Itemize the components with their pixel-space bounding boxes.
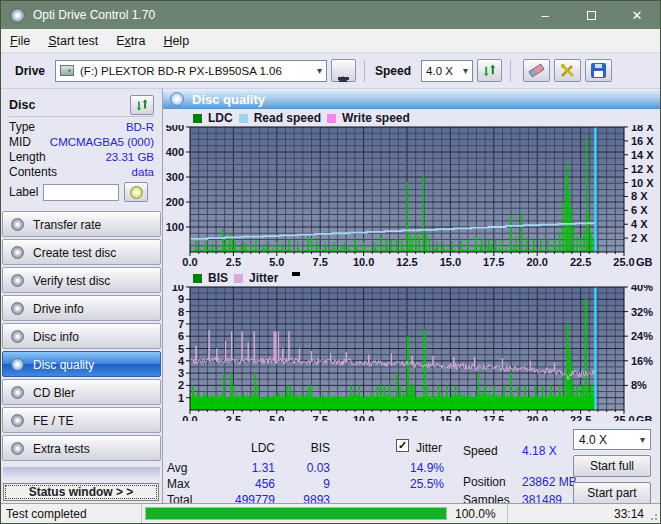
svg-text:10.0: 10.0: [353, 256, 374, 267]
status-window-button[interactable]: Status window > >: [3, 483, 159, 501]
svg-text:400: 400: [166, 146, 184, 158]
bis-max-value: 9: [323, 477, 330, 491]
svg-text:14 X: 14 X: [631, 149, 654, 161]
bis-column-header: BIS: [311, 441, 330, 455]
jitter-legend-label: Jitter: [249, 271, 278, 285]
svg-text:8: 8: [178, 306, 184, 318]
svg-text:7: 7: [178, 318, 184, 330]
sidebar-item-create-test-disc[interactable]: Create test disc: [2, 239, 161, 265]
sidebar-item-disc-quality[interactable]: Disc quality: [2, 351, 161, 377]
svg-text:22.5: 22.5: [570, 414, 591, 421]
svg-text:15.0: 15.0: [440, 414, 461, 421]
resize-grip[interactable]: [648, 511, 659, 522]
tools-icon: [560, 63, 575, 78]
app-window: Opti Drive Control 1.70 – ✕ File Start t…: [0, 0, 661, 524]
menu-file[interactable]: File: [1, 30, 39, 52]
speed-select[interactable]: 4.0 X ▾: [421, 60, 473, 82]
disc-icon: [130, 186, 143, 199]
label-input[interactable]: [43, 184, 119, 201]
stats-panel: Avg Max Total LDC 1.31 456 499779 BIS 0.…: [163, 427, 660, 512]
bis-legend-swatch: [193, 274, 202, 283]
disc-icon: [11, 330, 24, 343]
sidebar-item-disc-info[interactable]: Disc info: [2, 323, 161, 349]
jitter-checkbox[interactable]: ✓: [396, 439, 409, 452]
menu-start-test[interactable]: Start test: [39, 30, 107, 52]
disc-field-mid: MIDCMCMAGBA5 (000): [9, 135, 154, 149]
drive-select-value: (F:) PLEXTOR BD-R PX-LB950SA 1.06: [80, 65, 282, 77]
svg-text:22.5: 22.5: [570, 256, 591, 267]
write-speed-legend-swatch: [327, 114, 336, 123]
maximize-button[interactable]: [568, 1, 614, 29]
disc-icon: [11, 414, 24, 427]
svg-text:5.0: 5.0: [269, 414, 284, 421]
svg-text:6: 6: [178, 330, 184, 342]
svg-text:8%: 8%: [631, 379, 647, 391]
disc-field-length: Length23.31 GB: [9, 150, 154, 164]
close-button[interactable]: ✕: [614, 1, 660, 29]
drive-label: Drive: [15, 64, 45, 78]
start-part-button[interactable]: Start part: [573, 482, 651, 504]
settings-button[interactable]: [554, 59, 581, 82]
disc-panel-title: Disc: [9, 98, 35, 112]
ldc-column-header: LDC: [251, 441, 275, 455]
refresh-arrows-icon: [135, 98, 149, 112]
svg-text:GB: GB: [636, 414, 653, 421]
toolbar-separator: [510, 60, 511, 82]
svg-text:10: 10: [172, 285, 184, 293]
position-stat-label: Position: [463, 475, 506, 489]
save-button[interactable]: [585, 59, 612, 82]
ldc-legend-label: LDC: [208, 111, 233, 125]
svg-text:10.0: 10.0: [353, 414, 374, 421]
sidebar-item-verify-test-disc[interactable]: Verify test disc: [2, 267, 161, 293]
sidebar-item-transfer-rate[interactable]: Transfer rate: [2, 211, 161, 237]
svg-text:20.0: 20.0: [526, 256, 547, 267]
elapsed-time: 33:14: [508, 504, 660, 523]
svg-text:4: 4: [178, 355, 185, 367]
svg-text:25.0: 25.0: [613, 256, 634, 267]
sidebar-divider-band: [3, 467, 160, 479]
svg-text:3: 3: [178, 367, 184, 379]
chevron-down-icon: ▾: [312, 65, 322, 76]
write-label-button[interactable]: [124, 182, 148, 202]
sidebar-item-extra-tests[interactable]: Extra tests: [2, 435, 161, 461]
disc-icon: [11, 386, 24, 399]
svg-text:17.5: 17.5: [483, 414, 504, 421]
svg-text:300: 300: [166, 171, 184, 183]
sidebar-item-cd-bler[interactable]: CD Bler: [2, 379, 161, 405]
svg-text:100: 100: [166, 221, 184, 233]
status-text: Test completed: [1, 504, 142, 523]
disc-icon: [11, 218, 24, 231]
menu-extra[interactable]: Extra: [107, 30, 154, 52]
start-full-button[interactable]: Start full: [573, 455, 651, 477]
disc-field-contents: Contentsdata: [9, 165, 154, 179]
ldc-max-value: 456: [255, 477, 275, 491]
sidebar-item-fe-te[interactable]: FE / TE: [2, 407, 161, 433]
disc-icon: [11, 302, 24, 315]
menu-help[interactable]: Help: [154, 30, 198, 52]
svg-text:10 X: 10 X: [631, 177, 654, 189]
legend-mark: [292, 272, 300, 276]
erase-disc-button[interactable]: [523, 59, 550, 82]
svg-text:500: 500: [166, 125, 184, 133]
progress-bar: [145, 507, 447, 520]
refresh-disc-button[interactable]: [130, 95, 154, 115]
eject-button[interactable]: [331, 59, 356, 82]
svg-text:200: 200: [166, 196, 184, 208]
sidebar-item-drive-info[interactable]: Drive info: [2, 295, 161, 321]
svg-text:5: 5: [178, 343, 184, 355]
minimize-button[interactable]: –: [522, 1, 568, 29]
disc-icon: [11, 358, 24, 371]
test-speed-select[interactable]: 4.0 X ▾: [573, 429, 651, 450]
ldc-avg-value: 1.31: [252, 461, 275, 475]
refresh-speed-button[interactable]: [477, 59, 502, 82]
drive-select[interactable]: (F:) PLEXTOR BD-R PX-LB950SA 1.06 ▾: [55, 60, 327, 82]
write-speed-legend-label: Write speed: [342, 111, 410, 125]
svg-text:18 X: 18 X: [631, 125, 654, 133]
titlebar: Opti Drive Control 1.70 – ✕: [1, 1, 660, 29]
svg-text:40%: 40%: [631, 285, 653, 293]
disc-icon: [11, 246, 24, 259]
test-speed-select-value: 4.0 X: [579, 433, 607, 447]
toolbar-separator: [364, 60, 365, 82]
speed-stat-value: 4.18 X: [522, 444, 557, 458]
speed-stat-label: Speed: [463, 444, 498, 458]
